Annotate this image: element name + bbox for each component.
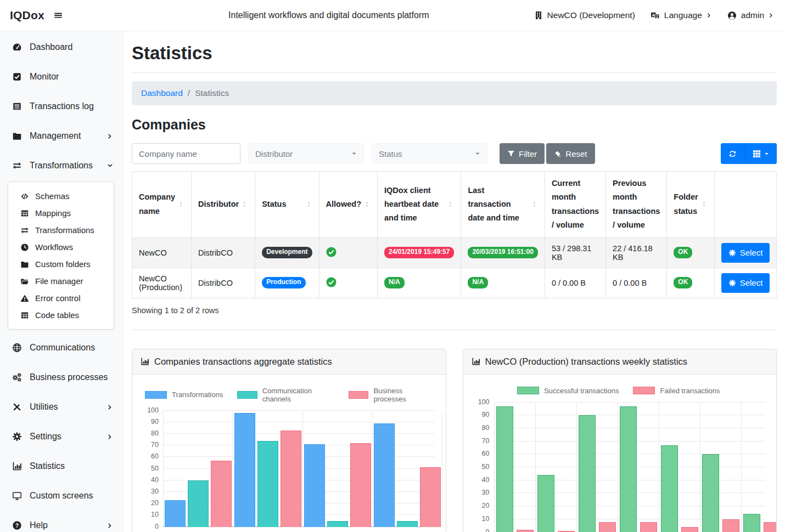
legend-item[interactable]: Communication channels [237, 387, 334, 403]
chevron-right-icon [769, 13, 774, 18]
bar-group [373, 411, 442, 527]
language-menu[interactable]: Language [651, 10, 712, 20]
filter-button[interactable]: Filter [500, 143, 545, 164]
submenu-item-file-manager[interactable]: File manager [8, 273, 114, 290]
folder-open-icon [20, 277, 29, 286]
pagination-summary: Showing 1 to 2 of 2 rows [132, 306, 777, 315]
sidebar-item-utilities[interactable]: Utilities [0, 392, 123, 422]
sidebar-item-business-processes[interactable]: Business processes [0, 363, 123, 392]
status-select[interactable]: Status [372, 143, 487, 164]
user-menu[interactable]: admin [727, 10, 774, 20]
sidebar-item-transactions-log[interactable]: Transactions log [0, 92, 123, 121]
submenu-item-label: Error control [35, 293, 81, 303]
sidebar-item-custom-screens[interactable]: Custom screens [0, 481, 123, 511]
sidebar-item-label: Transformations [30, 161, 93, 171]
sidebar-item-dashboard[interactable]: Dashboard [0, 32, 123, 62]
sort-icon [177, 201, 184, 208]
y-tick-label: 10 [469, 515, 490, 523]
sidebar-item-communications[interactable]: Communications [0, 333, 123, 363]
col-last-transaction[interactable]: Last transaction date and time [461, 172, 545, 238]
main-content: Statistics Dashboard / Statistics Compan… [124, 31, 785, 532]
submenu-item-transformations[interactable]: Transformations [8, 222, 114, 239]
col-allowed[interactable]: Allowed? [319, 172, 377, 238]
sidebar-item-transformations[interactable]: Transformations [0, 151, 123, 180]
col-status[interactable]: Status [255, 172, 319, 238]
sidebar-item-monitor[interactable]: Monitor [0, 62, 123, 92]
legend-item[interactable]: Business processes [349, 387, 430, 403]
brand-logo[interactable]: IQDox [10, 9, 44, 22]
sidebar-item-label: Custom screens [30, 491, 93, 501]
refresh-button[interactable] [721, 143, 744, 164]
submenu-item-mappings[interactable]: Mappings [8, 205, 114, 222]
reset-button[interactable]: Reset [546, 143, 595, 164]
heartbeat-badge: N/A [384, 277, 405, 288]
submenu-item-workflows[interactable]: Workflows [8, 239, 114, 256]
legend-item[interactable]: Transformations [145, 387, 223, 403]
aggregate-statistics-card: Companies transactions aggregate statist… [132, 349, 446, 532]
cell-distributor: DistribCO [192, 237, 255, 268]
aggregate-bar-chart: TransformationsCommunication channelsBus… [138, 387, 438, 532]
col-company-name[interactable]: Company name [132, 172, 192, 238]
y-tick-label: 70 [138, 441, 159, 449]
col-folder-status[interactable]: Folder status [667, 172, 714, 238]
heartbeat-badge: 24/01/2019 15:49:57 [384, 247, 454, 258]
sort-icon [531, 201, 538, 208]
breadcrumb-dashboard-link[interactable]: Dashboard [141, 88, 183, 98]
y-tick-label: 50 [138, 465, 159, 472]
section-title: Companies [132, 117, 777, 133]
chevron-right-icon [107, 133, 113, 139]
sidebar-item-label: Statistics [30, 461, 65, 471]
columns-dropdown-button[interactable] [744, 143, 777, 164]
col-previous-month: Previous month transactions / volume [606, 172, 667, 238]
submenu-item-error-control[interactable]: Error control [8, 290, 114, 307]
bar [599, 522, 616, 532]
legend-swatch [145, 391, 167, 399]
company-name-input[interactable] [132, 143, 240, 164]
col-heartbeat[interactable]: IQDox client heartbeat date and time [378, 172, 461, 238]
legend-label: Communication channels [262, 387, 335, 403]
eraser-icon [554, 150, 562, 157]
bar [640, 522, 657, 532]
submenu-item-code-tables[interactable]: Code tables [8, 307, 114, 324]
submenu-item-schemas[interactable]: Schemas [8, 188, 114, 205]
legend-item[interactable]: Successful transactions [517, 387, 619, 395]
sidebar-item-help[interactable]: Help [0, 511, 123, 532]
weekly-bar-chart: Successful transactionsFailed transactio… [469, 387, 769, 532]
sort-icon [447, 201, 454, 208]
y-tick-label: 90 [138, 418, 159, 426]
y-tick-label: 20 [469, 502, 490, 510]
weekly-statistics-card: NewCO (Production) transactions weekly s… [463, 349, 777, 532]
submenu-item-label: Code tables [35, 310, 79, 320]
sidebar-item-label: Management [30, 131, 81, 141]
list-icon [12, 101, 22, 111]
check-circle-icon [326, 277, 337, 287]
y-tick-label: 10 [138, 511, 159, 518]
distributor-select[interactable]: Distributor [248, 143, 364, 164]
menu-icon[interactable] [53, 10, 63, 20]
bar [350, 443, 371, 527]
bar [743, 514, 760, 532]
chevron-right-icon [107, 434, 113, 440]
legend-swatch [633, 387, 655, 394]
sidebar-item-management[interactable]: Management [0, 121, 123, 151]
sidebar-item-statistics[interactable]: Statistics [0, 451, 123, 481]
col-distributor[interactable]: Distributor [192, 172, 255, 238]
caret-down-icon [351, 151, 357, 156]
company-menu[interactable]: NewCO (Development) [534, 10, 635, 20]
bar [165, 500, 186, 527]
sidebar-item-label: Settings [30, 432, 61, 442]
legend-item[interactable]: Failed transactions [633, 387, 720, 395]
question-circle-icon [12, 520, 22, 530]
language-label: Language [664, 10, 702, 20]
sidebar-item-label: Monitor [30, 72, 59, 82]
x-tick-label: NewCO(Feb, 2019) [163, 527, 231, 532]
bar-chart-icon [472, 357, 480, 366]
bar [327, 521, 348, 527]
select-button-label: Select [740, 248, 763, 257]
warning-icon [20, 294, 29, 303]
sidebar-item-settings[interactable]: Settings [0, 422, 123, 451]
caret-down-icon [475, 151, 480, 156]
select-button[interactable]: Select [721, 273, 770, 293]
select-button[interactable]: Select [721, 243, 770, 263]
submenu-item-custom-folders[interactable]: Custom folders [8, 256, 114, 273]
